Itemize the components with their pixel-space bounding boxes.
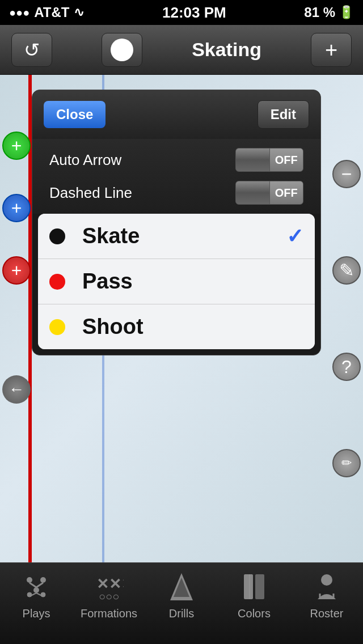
tab-colors[interactable]: Colors <box>218 570 290 620</box>
side-buttons-right: − ✎ ? ✏ <box>330 75 363 562</box>
skate-dot <box>49 228 65 244</box>
dashed-line-value: OFF <box>269 181 303 204</box>
refresh-icon: ↺ <box>24 39 40 61</box>
svg-line-4 <box>36 583 43 587</box>
plays-label: Plays <box>23 607 50 620</box>
circle-icon <box>111 39 133 61</box>
plus-icon: + <box>325 39 337 61</box>
auto-arrow-label: Auto Arrow <box>49 151 121 169</box>
shoot-dot <box>49 319 65 335</box>
refresh-button[interactable]: ↺ <box>11 33 52 67</box>
main-area: + + + ← − ✎ ? ✏ Close Edit Auto Arrow OF… <box>0 75 363 562</box>
modal-header: Close Edit <box>32 90 320 139</box>
nav-bar: ↺ Skating + <box>0 25 363 75</box>
wifi-icon: ∿ <box>74 5 84 20</box>
add-green-button[interactable]: + <box>2 132 31 160</box>
roster-label: Roster <box>310 607 344 620</box>
shoot-label: Shoot <box>82 315 303 339</box>
svg-point-0 <box>27 577 32 583</box>
help-button[interactable]: ? <box>332 353 361 381</box>
svg-text:○○○: ○○○ <box>99 590 119 601</box>
edit-external-button[interactable]: ✏ <box>332 449 361 477</box>
shoot-list-item[interactable]: Shoot <box>38 304 315 349</box>
skate-list-item[interactable]: Skate ✓ <box>38 214 315 259</box>
svg-line-3 <box>29 583 36 587</box>
time-label: 12:03 PM <box>162 4 226 22</box>
drills-icon <box>164 570 199 604</box>
skate-label: Skate <box>82 224 286 248</box>
carrier-label: AT&T <box>34 5 69 20</box>
colors-label: Colors <box>238 607 271 620</box>
settings-modal: Close Edit Auto Arrow OFF Dashed Line OF… <box>32 90 321 355</box>
nav-title: Skating <box>192 39 261 61</box>
pass-dot <box>49 274 65 290</box>
auto-arrow-value: OFF <box>269 149 303 171</box>
add-red-button[interactable]: + <box>2 256 31 285</box>
dashed-line-label: Dashed Line <box>49 184 132 202</box>
signal-icon: ●●● <box>9 6 29 19</box>
edit-button[interactable]: Edit <box>258 100 309 129</box>
side-buttons-left: + + + ← <box>0 75 33 562</box>
dashed-line-toggle[interactable]: OFF <box>235 181 303 205</box>
status-bar: ●●● AT&T ∿ 12:03 PM 81 % 🔋 <box>0 0 363 25</box>
colors-icon <box>237 570 271 604</box>
tab-roster[interactable]: Roster <box>290 570 363 620</box>
circle-button[interactable] <box>102 33 142 67</box>
tab-drills[interactable]: Drills <box>145 570 218 620</box>
status-left: ●●● AT&T ∿ <box>9 5 84 20</box>
battery-icon: 🔋 <box>339 5 354 20</box>
minus-button[interactable]: − <box>332 160 361 188</box>
pass-label: Pass <box>82 269 303 294</box>
svg-rect-13 <box>244 574 253 599</box>
auto-arrow-row: Auto Arrow OFF <box>49 148 303 172</box>
tab-bar: Plays ✕✕✕ ○○○ Formations Drills <box>0 562 363 644</box>
tab-plays[interactable]: Plays <box>0 570 73 620</box>
toggle-section: Auto Arrow OFF Dashed Line OFF <box>32 139 320 214</box>
formations-label: Formations <box>81 607 137 620</box>
drills-label: Drills <box>169 607 194 620</box>
movement-type-list: Skate ✓ Pass Shoot <box>38 214 315 349</box>
skate-checkmark: ✓ <box>286 224 303 248</box>
add-blue-button[interactable]: + <box>2 194 31 222</box>
pencil-button[interactable]: ✎ <box>332 256 361 285</box>
status-right: 81 % 🔋 <box>304 5 354 20</box>
arrow-left-button[interactable]: ← <box>2 375 31 404</box>
battery-label: 81 % <box>304 5 335 20</box>
toggle-on-side2 <box>236 181 269 204</box>
roster-icon <box>310 570 344 604</box>
svg-point-2 <box>33 587 39 593</box>
close-button[interactable]: Close <box>44 101 105 128</box>
formations-icon: ✕✕✕ ○○○ <box>92 570 126 604</box>
svg-rect-14 <box>255 574 264 599</box>
add-button[interactable]: + <box>311 33 352 67</box>
pass-list-item[interactable]: Pass <box>38 259 315 304</box>
dashed-line-row: Dashed Line OFF <box>49 181 303 205</box>
toggle-on-side <box>236 149 269 171</box>
svg-point-1 <box>40 577 46 583</box>
plays-icon <box>19 570 53 604</box>
tab-formations[interactable]: ✕✕✕ ○○○ Formations <box>73 570 145 620</box>
svg-point-16 <box>321 574 332 586</box>
auto-arrow-toggle[interactable]: OFF <box>235 148 303 172</box>
